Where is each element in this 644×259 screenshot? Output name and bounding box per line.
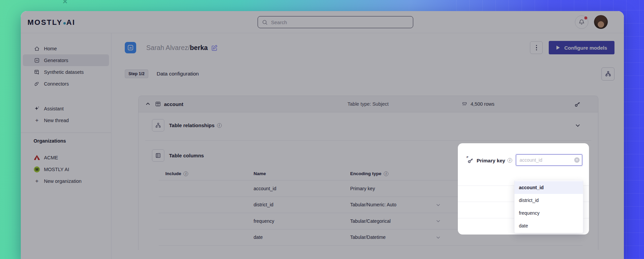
- info-icon[interactable]: i: [183, 171, 188, 176]
- relationships-icon-button: [152, 119, 164, 132]
- primary-key-spotlight: P Primary key i ✕ account_id district_id…: [458, 143, 589, 235]
- sidebar-item-assistant[interactable]: Assistant: [21, 103, 111, 114]
- configure-models-button[interactable]: Configure models: [549, 41, 614, 54]
- sidebar-item-label: Synthetic datasets: [44, 69, 84, 75]
- row-count-value: 4,500 rows: [471, 101, 494, 107]
- sidebar-item-connectors[interactable]: Connectors: [21, 78, 111, 90]
- sidebar-item-org-mostly-ai[interactable]: M MOSTLY AI: [21, 163, 111, 175]
- sidebar-item-label: Assistant: [44, 106, 64, 111]
- row-count: 4,500 rows: [462, 101, 494, 107]
- columns-icon-button: [152, 149, 164, 162]
- sidebar-item-new-organization[interactable]: + New organization: [21, 175, 111, 187]
- clear-input-icon[interactable]: ✕: [574, 157, 580, 163]
- dataset-grid-icon: [34, 69, 40, 75]
- more-options-button[interactable]: [530, 41, 543, 54]
- chevron-down-icon[interactable]: [575, 122, 581, 128]
- edit-project-name-button[interactable]: [211, 44, 218, 51]
- global-search[interactable]: [258, 16, 413, 28]
- play-icon: [556, 45, 560, 50]
- desktop-background: ✕ MOSTLY AI Home: [0, 0, 644, 259]
- sidebar-item-label: MOSTLY AI: [44, 167, 69, 172]
- sidebar-item-synthetic-datasets[interactable]: Synthetic datasets: [21, 66, 111, 78]
- organizations-heading: Organizations: [21, 138, 111, 144]
- primary-key-input[interactable]: [516, 154, 582, 166]
- chevron-up-icon[interactable]: [145, 101, 151, 107]
- user-avatar[interactable]: [594, 15, 608, 29]
- step-badge: Step 1/2: [125, 69, 148, 78]
- sidebar-item-label: Home: [44, 46, 57, 51]
- mostly-ai-logo[interactable]: MOSTLY AI: [28, 18, 75, 27]
- step-header: Step 1/2 Data configuration: [125, 67, 614, 81]
- pencil-square-icon: [211, 44, 218, 51]
- svg-text:AI: AI: [129, 47, 131, 49]
- encoding-select[interactable]: Tabular/Datetime: [350, 235, 441, 240]
- dropdown-option[interactable]: date: [515, 219, 583, 232]
- tree-icon: [155, 122, 161, 128]
- schema-view-button[interactable]: [601, 67, 614, 81]
- primary-key-label: Primary key: [477, 158, 505, 163]
- relationships-label: Table relationships: [169, 122, 215, 128]
- sidebar-item-label: ACME: [44, 155, 58, 160]
- info-icon[interactable]: i: [384, 171, 388, 176]
- columns-label: Table columns: [169, 153, 204, 158]
- sidebar-item-label: New organization: [44, 178, 82, 184]
- primary-key-icon: P: [467, 157, 474, 164]
- page-title: Data configuration: [157, 71, 199, 77]
- table-name: account: [164, 101, 183, 107]
- sparkle-icon: [34, 106, 40, 112]
- encoding-select[interactable]: Tabular/Numeric: Auto: [350, 202, 441, 207]
- breadcrumb: Sarah Alvarez/berka: [146, 44, 208, 52]
- breadcrumb-owner: Sarah Alvarez/: [146, 44, 190, 51]
- primary-key-dropdown: account_id district_id frequency date: [514, 180, 583, 233]
- sidebar-divider: [21, 133, 111, 133]
- generator-project-icon: AI: [125, 42, 136, 53]
- dropdown-option[interactable]: frequency: [515, 207, 583, 219]
- svg-text:AI: AI: [36, 59, 38, 61]
- top-bar: MOSTLY AI: [21, 11, 624, 33]
- sidebar-spacer: [21, 90, 111, 103]
- sidebar-item-home[interactable]: Home: [21, 43, 111, 54]
- dropdown-option[interactable]: district_id: [515, 194, 583, 207]
- sidebar-item-org-acme[interactable]: ACME: [21, 152, 111, 163]
- primary-key-control: P Primary key i ✕: [458, 154, 589, 166]
- project-header: AI Sarah Alvarez/berka Configure models: [125, 40, 614, 55]
- column-name: district_id: [254, 202, 350, 207]
- search-input[interactable]: [271, 19, 409, 25]
- ai-chip-icon: AI: [34, 57, 40, 63]
- plus-icon: +: [34, 178, 40, 184]
- project-name: berka: [190, 44, 208, 51]
- table-icon: [155, 101, 161, 107]
- sidebar-item-new-thread[interactable]: + New thread: [21, 114, 111, 126]
- dropdown-option[interactable]: account_id: [515, 181, 583, 194]
- plug-icon: [34, 81, 40, 87]
- sidebar-item-label: Connectors: [44, 81, 69, 87]
- header-name: Name: [254, 171, 350, 176]
- acme-logo-icon: [34, 155, 40, 160]
- info-icon[interactable]: i: [507, 158, 512, 163]
- sidebar-item-label: Generators: [44, 58, 68, 63]
- column-name: account_id: [254, 186, 350, 191]
- account-card-header[interactable]: account Table type: Subject 4,500 rows: [139, 96, 598, 112]
- encoding-select[interactable]: Tabular/Categorical: [350, 218, 441, 224]
- primary-key-input-wrap: ✕: [516, 154, 582, 166]
- sidebar-item-generators[interactable]: AI Generators: [23, 54, 109, 66]
- primary-key-icon[interactable]: [574, 101, 581, 107]
- project-actions: Configure models: [530, 41, 614, 54]
- mostly-ai-org-icon: M: [34, 166, 40, 172]
- app-window: MOSTLY AI Home AI Generators: [21, 11, 624, 259]
- info-icon[interactable]: i: [217, 123, 222, 128]
- table-relationships-row: Table relationships i: [139, 112, 598, 138]
- chevron-down-icon: [436, 218, 441, 223]
- header-encoding: Encoding type i: [350, 171, 441, 176]
- chevron-down-icon: [436, 202, 441, 207]
- notifications-button[interactable]: [575, 15, 588, 29]
- tree-icon: [605, 70, 611, 77]
- notification-dot: [584, 16, 587, 19]
- plus-icon: +: [34, 117, 40, 123]
- logo-text-left: MOSTLY: [28, 18, 63, 27]
- background-x-mark: ✕: [62, 0, 68, 5]
- column-name: frequency: [254, 218, 350, 224]
- bell-icon: [578, 19, 585, 25]
- table-type-label: Table type: Subject: [347, 101, 389, 107]
- sidebar-item-label: New thread: [44, 118, 69, 123]
